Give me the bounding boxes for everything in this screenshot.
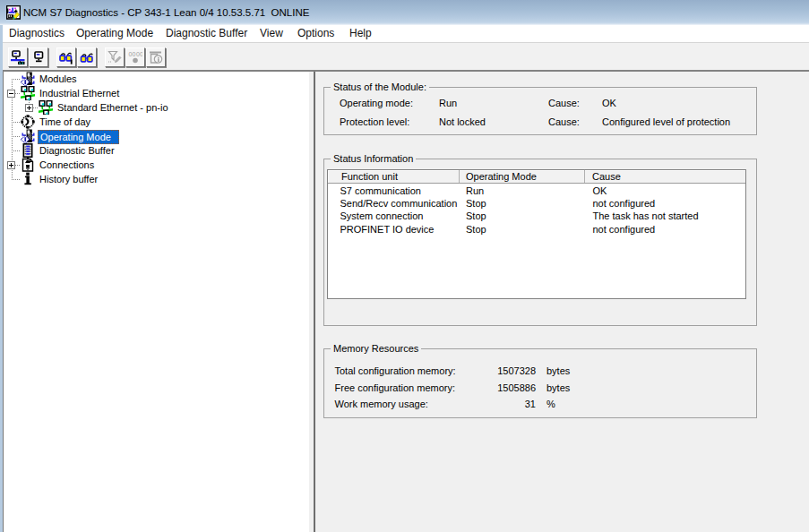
svg-text:00: 00 — [129, 50, 136, 56]
svg-text:00: 00 — [136, 50, 142, 56]
